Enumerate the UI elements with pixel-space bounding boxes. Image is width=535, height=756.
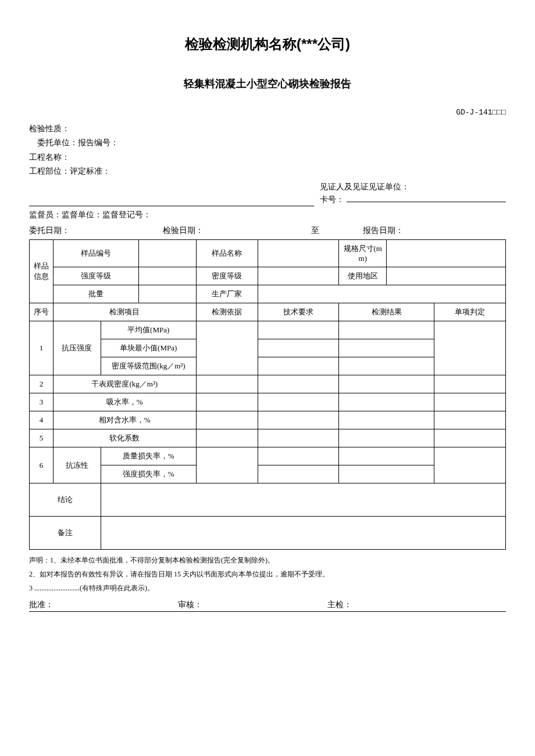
strength-grade-value <box>139 267 196 285</box>
item1-sub1-req <box>258 321 339 339</box>
item2-judge <box>434 375 506 393</box>
item4-no: 4 <box>30 411 54 429</box>
item3-name: 吸水率，% <box>53 393 196 411</box>
entrust-unit-label: 委托单位：报告编号： <box>29 137 506 149</box>
sample-row-3: 批量 生产厂家 <box>30 285 506 303</box>
declaration-2: 2、如对本报告的有效性有异议，请在报告日期 15 天内以书面形式向本单位提出，逾… <box>29 567 506 581</box>
item2-req <box>258 375 339 393</box>
item1-sub2-label: 单块最小值(MPa) <box>101 339 196 357</box>
institution-title: 检验检测机构名称(***公司) <box>29 35 506 53</box>
item5-no: 5 <box>30 429 54 447</box>
supervisor-label: 监督员：监督单位：监督登记号： <box>29 209 506 221</box>
manufacturer-label: 生产厂家 <box>196 285 258 303</box>
main-table: 样品信息 样品编号 样品名称 规格尺寸(mm) 强度等级 密度等级 使用地区 批… <box>29 239 506 550</box>
manufacturer-value <box>258 285 506 303</box>
item1-sub1-result <box>339 321 434 339</box>
item6-judge <box>434 447 506 483</box>
use-area-value <box>387 267 506 285</box>
strength-grade-label: 强度等级 <box>53 267 138 285</box>
item6-sub2-req <box>258 465 339 483</box>
item3-judge <box>434 393 506 411</box>
witness-left-underline <box>29 181 314 207</box>
item6-no: 6 <box>30 447 54 483</box>
item4: 4 相对含水率，% <box>30 411 506 429</box>
item6-sub2-result <box>339 465 434 483</box>
item2-name: 干表观密度(kg／m³) <box>53 375 196 393</box>
approve-label: 批准： <box>29 600 178 610</box>
item4-judge <box>434 411 506 429</box>
entrust-date-label: 委托日期： <box>29 224 70 237</box>
item1-basis <box>196 321 258 375</box>
item6-name: 抗冻性 <box>53 447 101 483</box>
date-to-label: 至 <box>311 224 319 237</box>
density-grade-value <box>258 267 339 285</box>
item1-judge <box>434 321 506 375</box>
declaration-3: 3 ..........................(有特殊声明在此表示)。 <box>29 581 506 595</box>
item4-result <box>339 411 434 429</box>
item1-sub3-result <box>339 357 434 375</box>
item5-judge <box>434 429 506 447</box>
item2-basis <box>196 375 258 393</box>
item1-sub2-result <box>339 339 434 357</box>
item4-basis <box>196 411 258 429</box>
use-area-label: 使用地区 <box>339 267 387 285</box>
item6-sub1-req <box>258 447 339 465</box>
item6-sub1-label: 质量损失率，% <box>101 447 196 465</box>
spec-label: 规格尺寸(mm) <box>339 240 387 267</box>
dates-row: 委托日期： 检验日期： 至 报告日期： <box>29 224 506 237</box>
col-judge: 单项判定 <box>434 303 506 321</box>
item1-sub3-label: 密度等级范围(kg／m³) <box>101 357 196 375</box>
col-req: 技术要求 <box>258 303 339 321</box>
inspect-nature-label: 检验性质： <box>29 123 506 135</box>
report-date-label: 报告日期： <box>363 224 404 237</box>
item5-name: 软化系数 <box>53 429 196 447</box>
review-label: 审核： <box>178 600 327 610</box>
signature-row: 批准： 审核： 主检： <box>29 600 506 612</box>
report-subtitle: 轻集料混凝土小型空心砌块检验报告 <box>29 77 506 91</box>
item6-basis <box>196 447 258 483</box>
item4-req <box>258 411 339 429</box>
sample-row-1: 样品信息 样品编号 样品名称 规格尺寸(mm) <box>30 240 506 267</box>
item3-req <box>258 393 339 411</box>
batch-label: 批量 <box>53 285 138 303</box>
item1-sub1-label: 平均值(MPa) <box>101 321 196 339</box>
col-result: 检测结果 <box>339 303 434 321</box>
remark-value <box>101 517 505 550</box>
item3: 3 吸水率，% <box>30 393 506 411</box>
remark-label: 备注 <box>30 517 101 550</box>
card-no-label: 卡号： <box>320 194 344 206</box>
col-basis: 检测依据 <box>196 303 258 321</box>
item5-req <box>258 429 339 447</box>
item1-no: 1 <box>30 321 54 375</box>
item1-sub1: 1 抗压强度 平均值(MPa) <box>30 321 506 339</box>
item6-sub1: 6 抗冻性 质量损失率，% <box>30 447 506 465</box>
declaration-1: 声明：1、未经本单位书面批准，不得部分复制本检验检测报告(完全复制除外)。 <box>29 553 506 567</box>
item6-sub2-label: 强度损失率，% <box>101 465 196 483</box>
conclusion-row: 结论 <box>30 483 506 517</box>
sample-group-label: 样品信息 <box>30 240 54 303</box>
meta-block: 检验性质： 委托单位：报告编号： 工程名称： 工程部位：评定标准： 见证人及见证… <box>29 123 506 237</box>
spec-value <box>387 240 506 267</box>
sample-row-2: 强度等级 密度等级 使用地区 <box>30 267 506 285</box>
col-item: 检测项目 <box>53 303 196 321</box>
sample-no-label: 样品编号 <box>53 240 138 267</box>
chief-label: 主检： <box>327 600 507 610</box>
item3-basis <box>196 393 258 411</box>
declaration-block: 声明：1、未经本单位书面批准，不得部分复制本检验检测报告(完全复制除外)。 2、… <box>29 553 506 595</box>
item2: 2 干表观密度(kg／m³) <box>30 375 506 393</box>
witness-row: 见证人及见证见证单位： 卡号： <box>29 181 506 207</box>
sample-name-label: 样品名称 <box>196 240 258 267</box>
item6-sub1-result <box>339 447 434 465</box>
project-part-label: 工程部位：评定标准： <box>29 165 506 178</box>
witness-label: 见证人及见证见证单位： <box>320 181 506 194</box>
conclusion-label: 结论 <box>30 483 101 517</box>
inspect-date-label: 检验日期： <box>163 224 204 237</box>
form-code: GD-J-141□□□ <box>29 108 506 117</box>
item3-no: 3 <box>30 393 54 411</box>
item5-result <box>339 429 434 447</box>
item1-sub2-req <box>258 339 339 357</box>
sample-no-value <box>139 240 196 267</box>
item5: 5 软化系数 <box>30 429 506 447</box>
item1-sub3-req <box>258 357 339 375</box>
item4-name: 相对含水率，% <box>53 411 196 429</box>
